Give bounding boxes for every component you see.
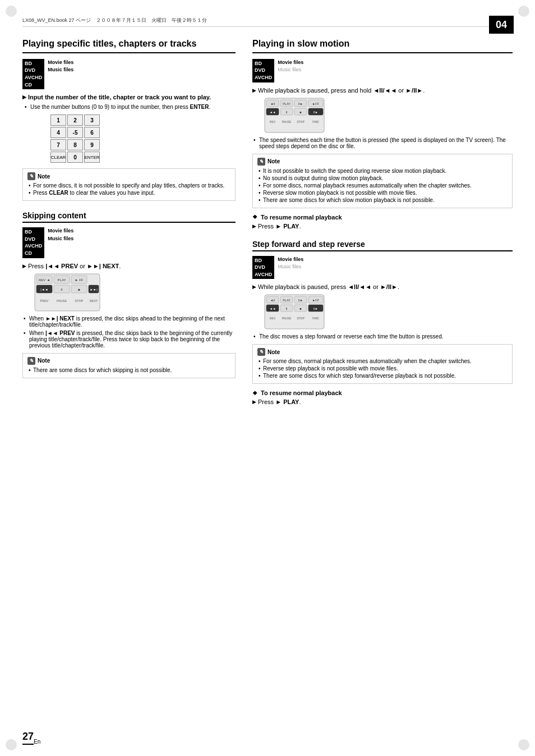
- skipping-heading: Skipping content: [22, 211, 236, 223]
- slow-note-3: For some discs, normal playback resumes …: [257, 182, 508, 189]
- svg-text:II: II: [285, 307, 288, 310]
- skip-file-movie: Movie files: [48, 227, 73, 235]
- skip-note-1: When ►►| NEXT is pressed, the disc skips…: [22, 315, 236, 328]
- svg-text:◄◄: ◄◄: [270, 111, 276, 114]
- svg-text:PAUSE: PAUSE: [282, 120, 292, 123]
- slow-disc-bd: BD: [255, 60, 272, 67]
- note-box-titles: ✎ Note For some discs, it is not possibl…: [22, 168, 236, 201]
- file-labels-titles: Movie files Music files: [48, 59, 73, 74]
- step-note-2: Reverse step playback is not possible wi…: [257, 365, 508, 372]
- corner-decoration-br: [518, 739, 529, 750]
- slow-remote-svg: ◄II PLAY II► ►FF ◄◄ II ■ II►: [264, 97, 325, 134]
- svg-text:II►: II►: [313, 307, 319, 310]
- note-icon-titles: ✎: [27, 172, 35, 180]
- svg-text:PLAY: PLAY: [283, 299, 290, 302]
- file-labels-slow: Movie files Music files: [278, 59, 303, 74]
- slow-note-2: No sound is output during slow motion pl…: [257, 175, 508, 181]
- svg-text:|◄◄: |◄◄: [40, 288, 48, 291]
- step-disc-bd: BD: [255, 257, 272, 264]
- file-labels-skip: Movie files Music files: [48, 227, 73, 242]
- step-file-music: Music files: [278, 263, 303, 271]
- svg-text:FWD: FWD: [312, 120, 319, 123]
- slow-speed-note: The speed switches each time the button …: [252, 137, 513, 149]
- note-item-1: For some discs, it is not possible to sp…: [27, 182, 230, 189]
- skip-note-item-1: There are some discs for which skipping …: [27, 367, 230, 373]
- note-box-slow: ✎ Note It is not possible to switch the …: [252, 154, 513, 208]
- key-3: 3: [84, 114, 100, 126]
- svg-text:II: II: [61, 288, 63, 291]
- note-icon-step: ✎: [257, 348, 265, 356]
- key-4: 4: [50, 127, 66, 138]
- left-column: Playing specific titles, chapters or tra…: [22, 38, 236, 409]
- step-instruction: While playback is paused, press ◄II/◄◄ o…: [252, 283, 513, 290]
- step-disc-dvd: DVD: [255, 264, 272, 271]
- key-2: 2: [67, 114, 83, 126]
- note-box-skip: ✎ Note There are some discs for which sk…: [22, 353, 236, 378]
- svg-text:►FF: ►FF: [312, 299, 320, 302]
- svg-text:FWD: FWD: [312, 317, 319, 320]
- corner-decoration-tl: [6, 6, 17, 17]
- disc-cd: CD: [25, 81, 42, 89]
- disc-labels-titles: BD DVD AVCHD CD Movie files Music files: [22, 59, 236, 89]
- note-title-titles: ✎ Note: [27, 172, 230, 180]
- chapter-badge: 04: [489, 16, 514, 34]
- disc-stack-skip: BD DVD AVCHD CD: [22, 227, 44, 258]
- svg-text:II►: II►: [313, 111, 319, 114]
- svg-text:II: II: [285, 111, 288, 114]
- key-clear: CLEAR: [50, 152, 66, 163]
- page-container: 04 LX08_WV_EN.book 27 ページ ２００８年７月１５日 火曜日…: [0, 0, 535, 756]
- svg-text:STOP: STOP: [297, 120, 305, 123]
- note-title-slow: ✎ Note: [257, 158, 508, 166]
- svg-text:► FF: ► FF: [75, 278, 84, 282]
- svg-text:◄II: ◄II: [270, 299, 275, 302]
- file-labels-step: Movie files Music files: [278, 256, 303, 271]
- skip-disc-cd: CD: [25, 250, 42, 257]
- playing-titles-heading: Playing specific titles, chapters or tra…: [22, 38, 236, 53]
- skip-disc-bd: BD: [25, 228, 42, 236]
- disc-bd: BD: [25, 60, 42, 67]
- slow-instruction: While playback is paused, press and hold…: [252, 87, 513, 94]
- disc-labels-slow: BD DVD AVCHD Movie files Music files: [252, 59, 513, 83]
- file-label-music: Music files: [48, 66, 73, 74]
- svg-text:PAUSE: PAUSE: [57, 299, 67, 303]
- key-enter: ENTER: [84, 152, 100, 163]
- note-box-step: ✎ Note For some discs, normal playback r…: [252, 344, 513, 384]
- number-keypad: 1 2 3 4 -5 6 7 8 9 CLEAR 0 ENTER: [50, 114, 236, 163]
- step-remote-img: ◄II PLAY II► ►FF ◄◄ II ■ II► REV: [264, 294, 513, 330]
- slow-file-music: Music files: [278, 66, 303, 74]
- skip-disc-dvd: DVD: [25, 236, 42, 243]
- key-9: 9: [84, 139, 100, 150]
- note-title-skip: ✎ Note: [27, 357, 230, 365]
- key-0: 0: [67, 152, 83, 163]
- slow-disc-avchd: AVCHD: [255, 74, 272, 81]
- key-8: 8: [67, 139, 83, 150]
- disc-stack-titles: BD DVD AVCHD CD: [22, 59, 44, 89]
- svg-text:PLAY: PLAY: [283, 102, 290, 106]
- svg-text:REV ◄: REV ◄: [39, 278, 50, 282]
- file-label-movie: Movie files: [48, 59, 73, 67]
- disc-stack-slow: BD DVD AVCHD: [252, 59, 274, 83]
- step-main-note: The disc moves a step forward or reverse…: [252, 333, 513, 340]
- skip-instruction: Press |◄◄ PREV or ►►| NEXT.: [22, 263, 236, 269]
- svg-text:REV: REV: [270, 317, 276, 320]
- step-heading: Step forward and step reverse: [252, 240, 513, 251]
- header-bar: LX08_WV_EN.book 27 ページ ２００８年７月１５日 火曜日 午後…: [22, 17, 513, 27]
- slow-file-movie: Movie files: [278, 59, 303, 67]
- note-icon-skip: ✎: [27, 357, 35, 365]
- skip-file-music: Music files: [48, 235, 73, 243]
- slow-remote-img: ◄II PLAY II► ►FF ◄◄ II ■ II►: [264, 97, 513, 134]
- disc-stack-step: BD DVD AVCHD: [252, 256, 274, 280]
- svg-text:■: ■: [299, 111, 301, 114]
- svg-text:PLAY: PLAY: [58, 278, 66, 282]
- svg-text:STOP: STOP: [75, 299, 84, 303]
- disc-labels-step: BD DVD AVCHD Movie files Music files: [252, 256, 513, 280]
- svg-text:►►|: ►►|: [90, 288, 98, 291]
- svg-text:PREV: PREV: [40, 299, 49, 303]
- key-1: 1: [50, 114, 66, 126]
- slow-note-4: Reverse slow motion playback is not poss…: [257, 190, 508, 196]
- resume2-section: To resume normal playback Press ► PLAY.: [252, 390, 513, 405]
- disc-dvd: DVD: [25, 67, 42, 74]
- svg-text:II►: II►: [298, 102, 303, 106]
- resume1-title: To resume normal playback: [252, 214, 513, 221]
- resume2-title: To resume normal playback: [252, 390, 513, 396]
